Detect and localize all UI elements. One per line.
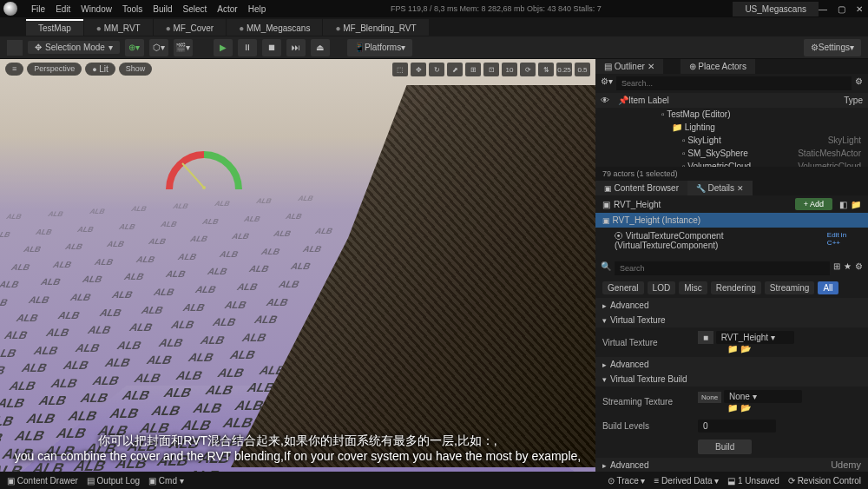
build-levels-input[interactable]: 0 (698, 420, 776, 433)
vt-dropdown[interactable]: RVT_Height ▾ (716, 331, 794, 344)
component-row[interactable]: 🞊 VirtualTextureComponent (VirtualTextur… (595, 228, 868, 254)
filter-misc[interactable]: Misc (679, 281, 707, 294)
section-virtual-texture[interactable]: ▾ Virtual Texture (595, 313, 868, 327)
close-icon[interactable]: ✕ (856, 4, 863, 14)
tab-mm-megascans[interactable]: ● MM_Megascans (227, 19, 322, 36)
rotation-gizmo[interactable] (156, 146, 252, 198)
ue-logo (3, 2, 17, 16)
minimize-icon[interactable]: — (819, 4, 827, 14)
perf-stats: FPS 119,8 / 8,3 ms Mem: 8 282,68 mb Objs… (391, 4, 602, 13)
sequencer-button[interactable]: 🎬▾ (174, 39, 193, 56)
right-tab[interactable]: US_Megascans (733, 2, 819, 17)
revision-button[interactable]: ⟳ Revision Control (788, 476, 861, 486)
edit-cpp-link[interactable]: Edit in C++ (827, 231, 861, 250)
filter-rendering[interactable]: Rendering (711, 281, 761, 294)
add-button[interactable]: ⊕▾ (125, 39, 144, 56)
content-browser-tab[interactable]: ▣ Content Browser (595, 181, 687, 195)
section-vt-build[interactable]: ▾ Virtual Texture Build (595, 372, 868, 387)
pause-button[interactable]: ⏸ (238, 39, 257, 56)
content-drawer-button[interactable]: ▣ Content Drawer (7, 476, 78, 486)
vp-tool-0[interactable]: ⬚ (392, 63, 408, 76)
marketplace-button[interactable]: ⬡▾ (149, 39, 168, 56)
viewport-tools: ⬚ ✥ ↻ ⬈ ⊞ ⊡ 10 ⟳ ⇅ 0.25 0.5 (392, 63, 590, 76)
vp-snap-05[interactable]: 0.5 (575, 63, 590, 76)
instance-row[interactable]: ▣ RVT_Height (Instance) (595, 213, 868, 228)
vp-tool-3[interactable]: ⬈ (447, 63, 463, 76)
derived-data-button[interactable]: ≡ Derived Data ▾ (654, 476, 719, 486)
vp-tool-2[interactable]: ↻ (429, 63, 444, 76)
menu-edit[interactable]: Edit (56, 4, 70, 14)
tree-row[interactable]: ▫ SkyLightSkyLight (595, 134, 868, 147)
eject-button[interactable]: ⏏ (311, 39, 330, 56)
tab-mf-blending[interactable]: ● MF_Blending_RVT (323, 19, 428, 36)
add-component-button[interactable]: + Add (795, 198, 832, 210)
details-tab[interactable]: 🔧 Details ✕ (687, 181, 753, 195)
cmd-dropdown[interactable]: ▣ Cmd ▾ (148, 476, 184, 486)
menu-window[interactable]: Window (81, 4, 112, 14)
filter-all[interactable]: All (818, 281, 838, 294)
outliner-tree[interactable]: ▫ TestMap (Editor)📁 Lighting▫ SkyLightSk… (595, 108, 868, 167)
menu-file[interactable]: File (31, 4, 45, 14)
toolbar: ✥ Selection Mode ▾ ⊕▾ ⬡▾ 🎬▾ ▶ ⏸ ⏹ ⏭ ⏏ 📱 … (0, 36, 868, 59)
viewport-menu[interactable]: ≡ (5, 63, 23, 76)
vp-tool-4[interactable]: ⊞ (465, 63, 481, 76)
vp-tool-5[interactable]: ⊡ (483, 63, 499, 76)
tree-row[interactable]: 📁 Lighting (595, 121, 868, 134)
menu-build[interactable]: Build (153, 4, 172, 14)
tree-row[interactable]: ▫ SM_SkySphereStaticMeshActor (595, 147, 868, 160)
maximize-icon[interactable]: ▢ (838, 4, 845, 14)
outliner-search[interactable] (616, 76, 852, 90)
output-log-button[interactable]: ▤ Output Log (87, 476, 140, 486)
settings-icon[interactable]: ⚙ (855, 76, 863, 90)
prop-streaming-texture: Streaming Texture None None ▾📁 📂 (595, 387, 868, 416)
platforms-button[interactable]: 📱 Platforms ▾ (347, 39, 412, 56)
unsaved-button[interactable]: ⬓ 1 Unsaved (727, 476, 779, 486)
vp-tool-7[interactable]: ⟳ (520, 63, 536, 76)
star-icon[interactable]: ★ (844, 261, 852, 275)
stop-button[interactable]: ⏹ (262, 39, 281, 56)
vp-snap-025[interactable]: 0.25 (556, 63, 572, 76)
menu-actor[interactable]: Actor (217, 4, 237, 14)
lit-button[interactable]: ● Lit (85, 63, 115, 76)
vp-tool-1[interactable]: ✥ (411, 63, 426, 76)
gear-icon[interactable]: ⚙ (855, 261, 863, 275)
filter-general[interactable]: General (602, 281, 644, 294)
filter-streaming[interactable]: Streaming (765, 281, 815, 294)
section-advanced[interactable]: ▸ Advanced (595, 298, 868, 313)
place-actors-tab[interactable]: ⊕ Place Actors (681, 59, 755, 74)
build-button[interactable]: Build (698, 439, 752, 454)
vp-snap-10[interactable]: 10 (502, 63, 517, 76)
detail-filters: General LOD Misc Rendering Streaming All (595, 278, 868, 298)
details-search[interactable] (615, 261, 830, 275)
section-advanced3[interactable]: ▸ Advanced (595, 458, 868, 472)
skip-button[interactable]: ⏭ (286, 39, 306, 56)
menu-help[interactable]: Help (248, 4, 266, 14)
blueprint-icon[interactable]: ◧ (839, 200, 847, 209)
viewport[interactable]: ≡ Perspective ● Lit Show ⬚ ✥ ↻ ⬈ ⊞ ⊡ 10 … (0, 59, 595, 489)
grid-icon[interactable]: ⊞ (833, 261, 840, 275)
filter-lod[interactable]: LOD (648, 281, 676, 294)
menu-tools[interactable]: Tools (122, 4, 142, 14)
tree-row[interactable]: ▫ VolumetricCloudVolumetricCloud (595, 160, 868, 167)
perspective-button[interactable]: Perspective (27, 63, 82, 76)
tree-row[interactable]: ▫ TestMap (Editor) (595, 108, 868, 121)
trace-button[interactable]: ⊙ Trace ▾ (608, 476, 646, 486)
selection-mode[interactable]: ✥ Selection Mode ▾ (28, 41, 120, 54)
save-button[interactable] (7, 40, 23, 56)
outliner-tab[interactable]: ▤ Outliner ✕ (595, 59, 663, 74)
browse-icon[interactable]: 📁 (851, 200, 861, 209)
st-dropdown[interactable]: None ▾ (724, 390, 802, 403)
tab-testmap[interactable]: TestMap (26, 19, 83, 36)
tab-mm-rvt[interactable]: ● MM_RVT (84, 19, 153, 36)
show-button[interactable]: Show (119, 63, 153, 76)
settings-button[interactable]: ⚙ Settings ▾ (804, 39, 861, 56)
play-button[interactable]: ▶ (214, 39, 233, 56)
filter-icon[interactable]: ⚙▾ (601, 76, 613, 90)
right-panel: ▤ Outliner ✕ ⊕ Place Actors ⚙▾ ⚙ 👁📌 Item… (595, 59, 868, 489)
menu-select[interactable]: Select (183, 4, 207, 14)
section-advanced2[interactable]: ▸ Advanced (595, 357, 868, 372)
vp-tool-8[interactable]: ⇅ (538, 63, 554, 76)
tab-mf-cover[interactable]: ● MF_Cover (154, 19, 227, 36)
outliner-status: 79 actors (1 selected) (595, 167, 868, 181)
prop-virtual-texture: Virtual Texture ■ RVT_Height ▾📁 📂 (595, 327, 868, 357)
